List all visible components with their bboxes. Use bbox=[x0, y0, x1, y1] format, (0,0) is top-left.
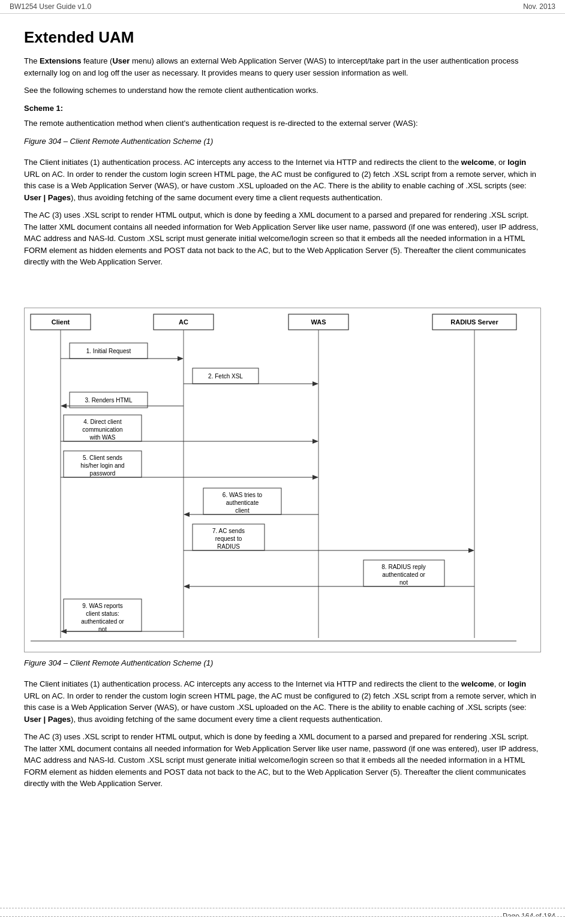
svg-text:WAS: WAS bbox=[311, 318, 326, 326]
svg-text:authenticated or: authenticated or bbox=[382, 571, 425, 578]
header-right: Nov. 2013 bbox=[523, 2, 555, 11]
figure-caption-2: Figure 304 – Client Remote Authenticatio… bbox=[24, 657, 541, 669]
scheme-label: Scheme 1: bbox=[24, 103, 541, 115]
svg-text:request to: request to bbox=[215, 535, 242, 542]
scheme-desc: The remote authentication method when cl… bbox=[24, 118, 541, 130]
body-p2: The AC (3) uses .XSL script to render HT… bbox=[24, 731, 541, 790]
svg-text:7. AC sends: 7. AC sends bbox=[212, 528, 245, 534]
svg-text:AC: AC bbox=[179, 318, 188, 326]
svg-text:client status:: client status: bbox=[86, 610, 119, 617]
svg-text:8. RADIUS reply: 8. RADIUS reply bbox=[381, 564, 425, 570]
svg-text:his/her login and: his/her login and bbox=[80, 462, 124, 469]
svg-text:5. Client sends: 5. Client sends bbox=[83, 455, 122, 461]
svg-text:with WAS: with WAS bbox=[89, 434, 116, 441]
intro-paragraph-1: The Extensions feature (User menu) allow… bbox=[24, 55, 541, 79]
intro-paragraph-2: See the following schemes to understand … bbox=[24, 85, 541, 97]
svg-text:3. Renders HTML: 3. Renders HTML bbox=[85, 397, 133, 404]
svg-marker-105 bbox=[468, 548, 474, 553]
sequence-diagram: Client AC WAS RADIUS Server 1. Initial R… bbox=[24, 308, 541, 652]
svg-marker-81 bbox=[61, 404, 67, 408]
body-paragraph-2: The AC (3) uses .XSL script to render HT… bbox=[24, 209, 541, 268]
figure-caption: Figure 304 – Client Remote Authenticatio… bbox=[24, 136, 541, 148]
svg-text:4. Direct client: 4. Direct client bbox=[83, 419, 122, 425]
svg-text:password: password bbox=[90, 470, 116, 477]
body-p1: The Client initiates (1) authentication … bbox=[24, 678, 541, 725]
svg-text:communication: communication bbox=[82, 426, 122, 433]
page-footer bbox=[0, 916, 565, 924]
body-paragraph-1: The Client initiates (1) authentication … bbox=[24, 156, 541, 203]
svg-text:1. Initial Request: 1. Initial Request bbox=[86, 348, 131, 354]
sequence-diagram-svg: Client AC WAS RADIUS Server 1. Initial R… bbox=[25, 308, 542, 650]
svg-text:client: client bbox=[235, 507, 250, 514]
svg-text:2. Fetch XSL: 2. Fetch XSL bbox=[208, 373, 243, 380]
svg-text:9. WAS reports: 9. WAS reports bbox=[82, 603, 122, 609]
svg-text:RADIUS: RADIUS bbox=[217, 543, 240, 550]
svg-marker-87 bbox=[312, 439, 318, 444]
svg-marker-99 bbox=[184, 512, 190, 517]
svg-text:Client: Client bbox=[52, 318, 70, 326]
page-header: BW1254 User Guide v1.0 Nov. 2013 bbox=[0, 0, 565, 14]
svg-marker-93 bbox=[312, 475, 318, 480]
svg-text:authenticated or: authenticated or bbox=[81, 618, 124, 625]
page-title: Extended UAM bbox=[24, 28, 541, 47]
svg-marker-73 bbox=[178, 356, 184, 361]
svg-marker-77 bbox=[312, 381, 318, 386]
svg-text:6. WAS tries to: 6. WAS tries to bbox=[223, 492, 263, 498]
header-left: BW1254 User Guide v1.0 bbox=[10, 2, 91, 11]
svg-text:authenticate: authenticate bbox=[226, 499, 259, 506]
page-content: Extended UAM The Extensions feature (Use… bbox=[0, 14, 565, 298]
svg-marker-111 bbox=[184, 584, 190, 589]
svg-text:RADIUS Server: RADIUS Server bbox=[450, 318, 498, 326]
svg-text:not: not bbox=[399, 579, 408, 586]
